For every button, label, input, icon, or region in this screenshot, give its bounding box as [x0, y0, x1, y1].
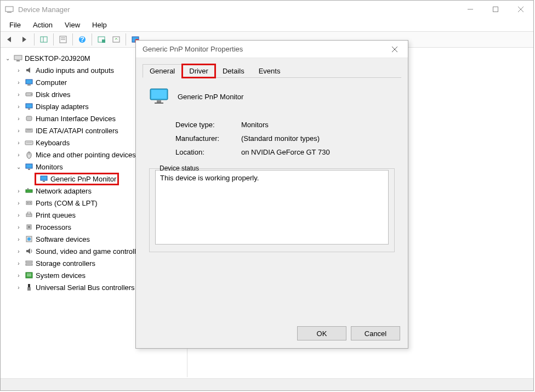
- expand-icon[interactable]: ›: [15, 104, 22, 110]
- expand-icon[interactable]: ›: [15, 128, 22, 134]
- menu-file[interactable]: File: [4, 20, 26, 30]
- svg-text:?: ?: [80, 35, 84, 43]
- tree-item-label: Computer: [36, 78, 67, 87]
- mouse-icon: [25, 150, 33, 159]
- tree-item-label: Storage controllers: [36, 259, 95, 268]
- svg-rect-40: [26, 201, 32, 204]
- expand-icon[interactable]: ›: [15, 285, 22, 291]
- svg-point-42: [30, 202, 31, 203]
- cancel-button[interactable]: Cancel: [351, 326, 400, 340]
- ports-icon: [25, 198, 33, 207]
- tab-driver[interactable]: Driver: [182, 64, 215, 78]
- expand-icon[interactable]: ›: [15, 224, 22, 230]
- update-button[interactable]: [109, 32, 123, 47]
- tree-item-label: Software devices: [36, 235, 90, 243]
- monitor-icon: [25, 162, 33, 171]
- device-type-label: Device type:: [175, 121, 241, 129]
- tree-item-label: IDE ATA/ATAPI controllers: [36, 127, 118, 135]
- svg-rect-28: [26, 129, 32, 132]
- tree-item-label: Human Interface Devices: [36, 115, 116, 123]
- device-status-text[interactable]: This device is working properly.: [155, 170, 389, 245]
- svg-rect-46: [28, 226, 30, 228]
- system-icon: [25, 271, 33, 280]
- titlebar-buttons: [458, 1, 533, 18]
- tab-details[interactable]: Details: [215, 64, 252, 78]
- dialog-close-button[interactable]: [386, 42, 403, 57]
- scan-button[interactable]: [94, 32, 109, 47]
- expand-icon[interactable]: ›: [15, 248, 22, 254]
- tab-events[interactable]: Events: [252, 64, 288, 78]
- device-name: Generic PnP Monitor: [178, 93, 243, 101]
- ok-button[interactable]: OK: [297, 326, 346, 340]
- help-button[interactable]: ?: [75, 32, 89, 47]
- expand-icon[interactable]: ›: [15, 152, 22, 158]
- menu-view[interactable]: View: [59, 20, 86, 30]
- svg-rect-49: [26, 261, 32, 263]
- forward-button[interactable]: [18, 32, 32, 47]
- tree-item-label: Sound, video and game controllers: [36, 247, 146, 255]
- svg-point-24: [31, 94, 32, 95]
- expand-icon[interactable]: ›: [15, 212, 22, 218]
- svg-point-48: [27, 237, 31, 241]
- toolbar-separator: [34, 33, 35, 46]
- tab-general[interactable]: General: [143, 64, 182, 78]
- expand-icon[interactable]: ›: [15, 188, 22, 194]
- svg-rect-39: [27, 188, 29, 190]
- tree-item-label: System devices: [36, 271, 86, 280]
- tree-item-label: Keyboards: [36, 139, 70, 147]
- expand-icon[interactable]: ›: [15, 67, 22, 73]
- expand-icon[interactable]: ›: [15, 79, 22, 86]
- monitor-icon-large: [149, 87, 169, 106]
- dialog-buttons: OK Cancel: [297, 326, 400, 340]
- svg-rect-1: [7, 12, 12, 13]
- location-label: Location:: [175, 148, 241, 156]
- svg-rect-37: [43, 181, 45, 182]
- svg-rect-51: [26, 272, 32, 278]
- monitor-icon: [39, 174, 48, 183]
- speaker-icon: [25, 66, 33, 75]
- device-info: Device type: Monitors Manufacturer: (Sta…: [175, 121, 395, 156]
- tree-root-label: DESKTOP-20J920M: [25, 54, 90, 63]
- manufacturer-label: Manufacturer:: [175, 134, 241, 143]
- expand-icon[interactable]: ›: [15, 236, 22, 242]
- svg-rect-26: [28, 109, 30, 110]
- svg-rect-59: [151, 90, 167, 99]
- highlighted-tree-item[interactable]: Generic PnP Monitor: [35, 173, 119, 185]
- hid-icon: [25, 114, 33, 123]
- close-button[interactable]: [508, 1, 533, 18]
- svg-rect-50: [26, 264, 32, 265]
- properties-dialog: Generic PnP Monitor Properties General D…: [135, 40, 408, 349]
- expand-icon[interactable]: ›: [15, 200, 22, 206]
- disk-icon: [25, 90, 33, 99]
- expand-icon[interactable]: ›: [15, 92, 22, 98]
- collapse-icon[interactable]: ⌄: [15, 164, 22, 170]
- tab-content: Generic PnP Monitor Device type: Monitor…: [143, 78, 401, 261]
- svg-rect-60: [157, 100, 161, 103]
- svg-rect-25: [26, 104, 32, 108]
- svg-rect-0: [5, 7, 13, 12]
- toolbar-separator: [126, 33, 126, 46]
- expand-icon[interactable]: ›: [15, 260, 22, 266]
- tree-item-label: Print queues: [36, 211, 76, 219]
- collapse-icon[interactable]: ⌄: [4, 55, 12, 61]
- storage-icon: [25, 259, 33, 268]
- expand-icon[interactable]: ›: [15, 140, 22, 146]
- cpu-icon: [25, 223, 33, 231]
- menu-action[interactable]: Action: [27, 20, 58, 30]
- ide-icon: [25, 126, 33, 135]
- show-hide-button[interactable]: [37, 32, 51, 47]
- toolbar-separator: [92, 33, 92, 46]
- maximize-button[interactable]: [483, 1, 508, 18]
- expand-icon[interactable]: ›: [15, 272, 22, 279]
- tree-item-label: Disk drives: [36, 90, 71, 99]
- tree-item-label: Mice and other pointing devices: [36, 151, 136, 159]
- printer-icon: [25, 211, 33, 219]
- menu-help[interactable]: Help: [87, 20, 112, 30]
- svg-rect-43: [26, 214, 32, 217]
- svg-rect-34: [26, 164, 32, 168]
- back-button[interactable]: [3, 32, 17, 47]
- minimize-button[interactable]: [458, 1, 483, 18]
- expand-icon[interactable]: ›: [15, 116, 22, 122]
- properties-button[interactable]: [56, 32, 70, 47]
- svg-point-41: [27, 202, 29, 203]
